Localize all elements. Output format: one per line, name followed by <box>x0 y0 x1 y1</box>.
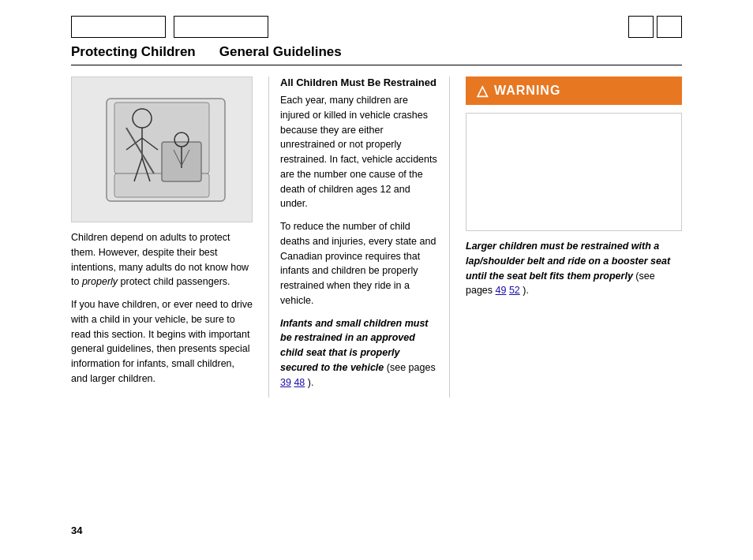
middle-para-2: To reduce the number of child deaths and… <box>280 219 438 308</box>
nav-button-small-1[interactable] <box>628 16 654 38</box>
page-title-sub: General Guidelines <box>219 44 342 60</box>
middle-para-3: Infants and small children must be restr… <box>280 316 438 390</box>
middle-link-2[interactable]: 48 <box>294 377 305 388</box>
right-caption: Larger children must be restrained with … <box>466 239 682 298</box>
nav-right-buttons <box>628 16 682 38</box>
left-para-2: If you have children, or ever need to dr… <box>71 297 253 386</box>
nav-button-1[interactable] <box>71 16 166 38</box>
warning-label-text: WARNING <box>494 84 560 98</box>
illustration <box>71 77 253 222</box>
nav-button-small-2[interactable] <box>657 16 682 38</box>
middle-link-1[interactable]: 39 <box>280 377 291 388</box>
car-seat-illustration <box>83 83 241 217</box>
warning-content-area <box>466 113 682 231</box>
middle-column: All Children Must Be Restrained Each yea… <box>268 77 450 398</box>
nav-left-buttons <box>71 16 268 38</box>
warning-triangle-icon: △ <box>477 82 488 99</box>
page-number: 34 <box>71 525 82 536</box>
page-header: Protecting Children General Guidelines <box>71 44 682 65</box>
page-title-main: Protecting Children <box>71 44 196 60</box>
right-column: △ WARNING Larger children must be restra… <box>466 77 682 398</box>
right-link-2[interactable]: 52 <box>509 285 520 296</box>
middle-heading: All Children Must Be Restrained <box>280 77 438 88</box>
warning-banner: △ WARNING <box>466 77 682 105</box>
middle-para-1: Each year, many children are injured or … <box>280 93 438 211</box>
left-column: Children depend on adults to protect the… <box>71 77 253 398</box>
nav-button-2[interactable] <box>174 16 268 38</box>
main-content: Children depend on adults to protect the… <box>71 77 682 398</box>
top-navigation <box>71 16 682 38</box>
right-link-1[interactable]: 49 <box>496 285 507 296</box>
left-para-1: Children depend on adults to protect the… <box>71 230 253 289</box>
